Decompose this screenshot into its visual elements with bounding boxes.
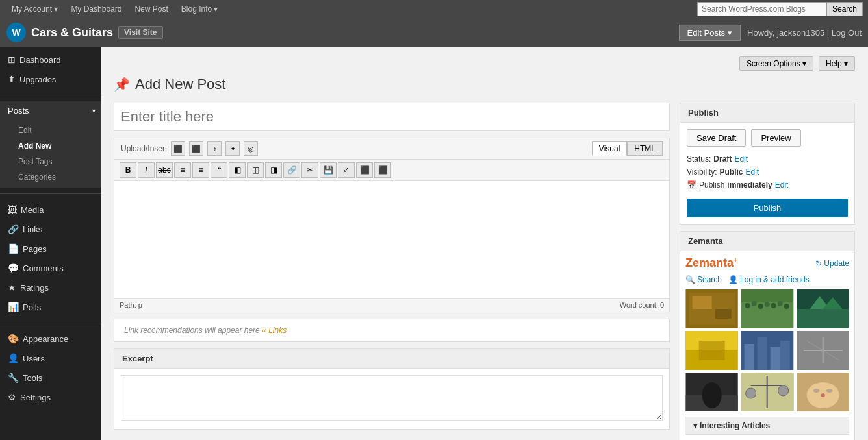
sidebar-item-polls[interactable]: 📊 Polls xyxy=(0,297,101,317)
svg-rect-21 xyxy=(745,344,754,370)
sidebar-section-top: ⊞ Dashboard ⬆ Upgrades xyxy=(0,47,101,92)
svg-point-7 xyxy=(752,301,757,306)
sidebar-item-upgrades[interactable]: ⬆ Upgrades xyxy=(0,69,101,89)
header-right: Edit Posts ▾ Howdy, jackson1305 | Log Ou… xyxy=(679,25,862,41)
adminbar-mydashboard[interactable]: My Dashboard xyxy=(64,0,128,18)
zemanta-img-7[interactable] xyxy=(685,373,738,411)
align-left-btn[interactable]: ◧ xyxy=(229,162,246,178)
zemanta-login-btn[interactable]: 👤 Log in & add friends xyxy=(728,275,810,284)
word-count: Word count: 0 xyxy=(620,301,664,309)
adminbar-myaccount[interactable]: My Account ▾ xyxy=(5,0,64,18)
insert-more-btn[interactable]: 💾 xyxy=(320,162,337,178)
sidebar-posts-header[interactable]: Posts ▾ xyxy=(0,101,101,120)
search-button[interactable]: Search xyxy=(827,2,863,16)
preview-btn[interactable]: Preview xyxy=(751,129,800,147)
edit-posts-btn[interactable]: Edit Posts ▾ xyxy=(679,25,741,41)
svg-point-40 xyxy=(826,389,832,393)
insert-link-btn[interactable]: 🔗 xyxy=(283,162,300,178)
zemanta-update-btn[interactable]: ↻ Update xyxy=(815,259,849,268)
visit-site-link[interactable]: Visit Site xyxy=(118,26,162,39)
upload-gallery-btn[interactable]: ⬛ xyxy=(189,141,203,156)
publish-time: immediately xyxy=(727,180,772,189)
zemanta-img-8[interactable] xyxy=(741,373,793,411)
publish-box: Publish Save Draft Preview Status: Draft… xyxy=(680,103,855,225)
publish-time-edit-link[interactable]: Edit xyxy=(775,180,789,189)
sidebar-subitem-categories[interactable]: Categories xyxy=(0,169,101,185)
editor-path: Path: p xyxy=(120,301,142,309)
links-link[interactable]: « Links xyxy=(262,326,287,335)
sidebar-item-comments[interactable]: 💬 Comments xyxy=(0,258,101,278)
sidebar-item-tools[interactable]: 🔧 Tools xyxy=(0,368,101,387)
spellcheck-btn[interactable]: ✓ xyxy=(338,162,355,178)
html-mode-btn[interactable]: HTML xyxy=(627,141,663,156)
unlink-btn[interactable]: ✂ xyxy=(301,162,318,178)
zemanta-img-5[interactable] xyxy=(741,331,793,370)
align-right-btn[interactable]: ◨ xyxy=(265,162,282,178)
publish-label: Publish xyxy=(699,180,724,189)
svg-point-6 xyxy=(745,303,750,308)
zemanta-img-9[interactable] xyxy=(797,373,849,411)
editor-body[interactable] xyxy=(114,181,669,298)
sidebar-item-media[interactable]: 🖼 Media xyxy=(0,200,101,219)
blockquote-btn[interactable]: ❝ xyxy=(211,162,227,178)
sidebar-subitem-addnew[interactable]: Add New xyxy=(0,138,101,154)
sidebar-item-links[interactable]: 🔗 Links xyxy=(0,219,101,239)
comments-icon: 💬 xyxy=(8,263,19,273)
italic-btn[interactable]: I xyxy=(138,162,155,178)
tools-icon: 🔧 xyxy=(8,373,19,383)
sidebar-section-bottom: 🎨 Appearance 👤 Users 🔧 Tools ⚙ Settings xyxy=(0,326,101,410)
help-btn[interactable]: Help ▾ xyxy=(819,56,855,71)
visual-mode-btn[interactable]: Visual xyxy=(592,141,627,156)
upload-image-btn[interactable]: ⬛ xyxy=(171,141,185,156)
status-edit-link[interactable]: Edit xyxy=(734,154,748,164)
bold-btn[interactable]: B xyxy=(120,162,136,178)
zemanta-img-1[interactable] xyxy=(685,289,738,328)
excerpt-header[interactable]: Excerpt xyxy=(114,349,669,369)
username-link[interactable]: jackson1305 xyxy=(777,28,824,38)
search-icon: 🔍 xyxy=(685,275,695,284)
excerpt-textarea[interactable] xyxy=(121,375,663,421)
adminbar-newpost[interactable]: New Post xyxy=(128,0,174,18)
sidebar-item-pages[interactable]: 📄 Pages xyxy=(0,239,101,258)
links-icon: 🔗 xyxy=(8,224,19,234)
adminbar-bloginfo[interactable]: Blog Info ▾ xyxy=(175,0,225,18)
zemanta-img-4[interactable] xyxy=(685,331,738,370)
zemanta-img-6[interactable] xyxy=(797,331,849,370)
search-input[interactable] xyxy=(697,2,827,16)
svg-rect-23 xyxy=(771,347,780,370)
publish-btn[interactable]: Publish xyxy=(687,199,848,217)
visibility-edit-link[interactable]: Edit xyxy=(745,167,759,177)
sidebar-item-ratings[interactable]: ★ Ratings xyxy=(0,278,101,297)
sidebar-subitem-edit[interactable]: Edit xyxy=(0,123,101,138)
adminbar-search: Search xyxy=(697,2,863,16)
logout-link[interactable]: Log Out xyxy=(832,28,862,38)
strikethrough-btn[interactable]: abc xyxy=(156,162,173,178)
upload-audio-btn[interactable]: ♪ xyxy=(207,141,222,156)
interesting-articles-header[interactable]: ▾ Interesting Articles xyxy=(685,417,849,435)
sidebar-subitem-posttags[interactable]: Post Tags xyxy=(0,154,101,169)
sidebar-item-dashboard[interactable]: ⊞ Dashboard xyxy=(0,50,101,69)
sidebar-divider-2 xyxy=(0,193,101,194)
sidebar: ⊞ Dashboard ⬆ Upgrades Posts ▾ Edit Add … xyxy=(0,47,101,440)
unordered-list-btn[interactable]: ≡ xyxy=(174,162,191,178)
upload-media-btn[interactable]: ◎ xyxy=(244,141,258,156)
visibility-label: Visibility: xyxy=(687,167,717,177)
zemanta-img-2[interactable] xyxy=(741,289,793,328)
post-title-input[interactable] xyxy=(114,103,670,131)
sidebar-item-appearance[interactable]: 🎨 Appearance xyxy=(0,329,101,348)
zemanta-box: Zemanta Zemanta+ ↻ Update xyxy=(680,231,855,440)
align-center-btn[interactable]: ◫ xyxy=(247,162,264,178)
fullscreen-btn[interactable]: ⬛ xyxy=(356,162,373,178)
screen-options-btn[interactable]: Screen Options ▾ xyxy=(739,56,813,71)
zemanta-img-3[interactable] xyxy=(797,289,849,328)
sidebar-item-users[interactable]: 👤 Users xyxy=(0,348,101,368)
upload-video-btn[interactable]: ✦ xyxy=(225,141,240,156)
sidebar-item-settings[interactable]: ⚙ Settings xyxy=(0,387,101,407)
zemanta-search-btn[interactable]: 🔍 Search xyxy=(685,275,722,284)
excerpt-body xyxy=(114,369,669,429)
ordered-list-btn[interactable]: ≡ xyxy=(192,162,209,178)
toggle-kitchen-sink-btn[interactable]: ⬛ xyxy=(374,162,391,178)
save-draft-btn[interactable]: Save Draft xyxy=(687,129,746,147)
svg-point-9 xyxy=(765,302,770,307)
ratings-icon: ★ xyxy=(8,282,16,293)
